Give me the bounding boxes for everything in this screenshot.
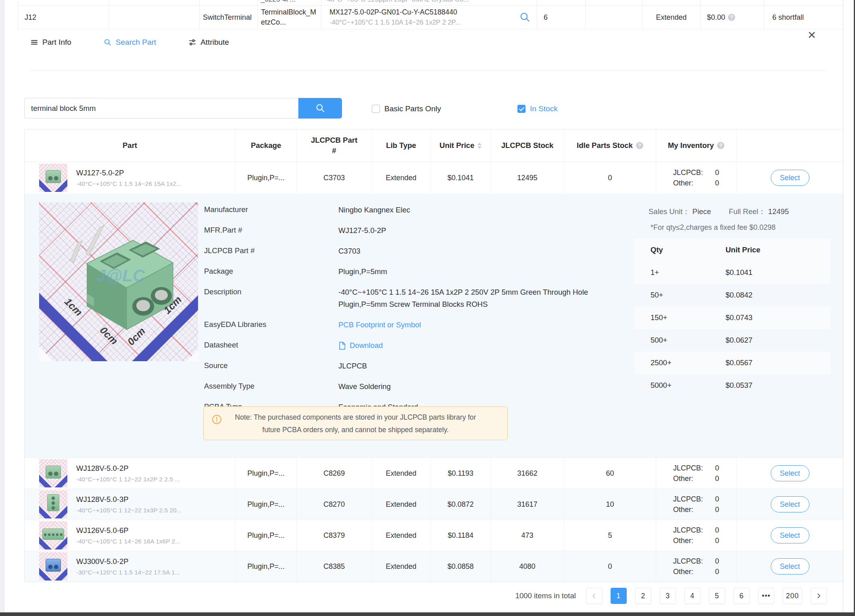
pcb-footprint-link[interactable]: PCB Footprint or Symbol [338,319,633,331]
result-lib-type: Extended [372,551,431,582]
page-button-1[interactable]: 1 [611,588,627,604]
tab-label: Search Part [116,38,156,47]
select-button[interactable]: Select [771,170,809,186]
window-edge-bottom [0,612,855,616]
inventory-jlcpcb-value: 0 [708,495,719,504]
tier-price: $0.0743 [726,313,830,322]
page-button-6[interactable]: 6 [734,588,750,604]
result-jlcpcb-part-number: C8379 [297,520,372,551]
result-my-inventory: JLCPCB:0 Other:0 [656,489,736,520]
full-reel-value: 12495 [768,207,789,216]
shortfall-status: 6 shortfall [764,6,843,29]
lib-type-cell: Extended [642,6,701,29]
result-my-inventory: JLCPCB:0 Other:0 [656,458,736,489]
part-thumbnail [39,521,67,549]
pdf-icon [338,341,346,350]
manufacturer-value: Ningbo Kangnex Elec [338,204,633,216]
inventory-jlcpcb-value: 0 [708,464,719,472]
part-number: MX127-5.0-02P-GN01-Cu-Y-AC5188440 [329,7,461,17]
tier-qty: 50+ [651,291,726,300]
inventory-jlcpcb-label: JLCPCB: [673,526,708,535]
result-unit-price: $0.0872 [431,489,491,520]
bom-row-partial: _0225-4P... -40°C~+85°C ±20ppm 20pF 8MHz… [18,0,843,6]
bom-table: _0225-4P... -40°C~+85°C ±20ppm 20pF 8MHz… [18,0,844,29]
inventory-other-label: Other: [673,179,708,187]
page-button-2[interactable]: 2 [635,588,651,604]
result-jlcpcb-part-number: C8270 [297,489,372,520]
tier-qty: 150+ [651,313,726,322]
header-unit-price-label: Unit Price [440,140,474,151]
price-tier-row: 1+ $0.1041 [634,261,830,284]
result-row-WJ128V-5.0-2P: WJ128V-5.0-2P -40°C~+105°C 1 12~22 1x2P … [25,458,843,489]
field-label: MFR.Part # [204,225,338,237]
result-jlcpcb-part-number: C3703 [297,162,372,194]
result-lib-type: Extended [372,458,431,489]
sales-unit-value: Piece [692,207,711,216]
result-unit-price: $0.1041 [431,162,491,194]
price-cell: $0.00 ? [701,6,764,29]
header-part: Part [25,129,236,162]
in-stock-label[interactable]: In Stock [530,104,558,113]
inventory-other-value: 0 [708,179,719,187]
result-jlcpcb-stock: 31617 [491,489,564,520]
help-icon[interactable]: ? [636,142,643,149]
empty-cell [586,6,642,29]
unit-price-header: Unit Price [726,246,830,254]
result-lib-type: Extended [372,489,431,520]
tab-attribute[interactable]: Attribute [188,38,229,47]
result-part-description: -40°C~+105°C 1 1.5 14~26 15A 1x2... [76,179,181,188]
price-tier-rows: 1+ $0.1041 50+ $0.0842 150+ $0.0743 500+… [634,261,830,397]
scrollbar-track[interactable] [843,0,854,616]
page-button-200[interactable]: 200 [783,588,802,604]
search-button[interactable] [298,98,342,119]
result-jlcpcb-stock: 12495 [491,162,564,194]
page-ellipsis[interactable]: ••• [758,588,774,604]
next-page-button[interactable] [811,588,827,604]
result-package: Plugin,P=... [236,551,297,582]
result-package: Plugin,P=... [236,520,297,551]
basic-parts-only-label[interactable]: Basic Parts Only [384,104,441,113]
search-input[interactable] [24,98,298,119]
result-my-inventory: JLCPCB:0 Other:0 [656,162,736,194]
price-tier-row: 5000+ $0.0537 [634,374,830,397]
result-package: Plugin,P=... [236,489,297,520]
header-idle-label: Idle Parts Stock [577,140,633,151]
search-part-icon[interactable] [519,11,531,23]
page-button-4[interactable]: 4 [684,588,701,604]
prev-page-button[interactable] [586,588,602,604]
part-thumbnail [39,552,67,581]
select-button[interactable]: Select [771,496,809,512]
inventory-other-value: 0 [708,474,719,483]
tab-part-info[interactable]: Part Info [30,38,71,47]
result-jlcpcb-part-number: C8269 [297,458,372,489]
page-button-3[interactable]: 3 [660,588,676,604]
header-action [736,129,843,162]
close-icon[interactable]: ✕ [806,29,818,41]
datasheet-download-link[interactable]: Download [350,339,383,352]
select-button[interactable]: Select [771,558,809,574]
help-icon[interactable]: ? [728,14,735,21]
page-button-5[interactable]: 5 [709,588,725,604]
result-my-inventory: JLCPCB:0 Other:0 [656,520,736,551]
part-thumbnail [39,490,67,518]
result-idle-stock: 0 [564,162,656,194]
result-package: Plugin,P=... [236,162,297,194]
tier-price: $0.0842 [726,291,830,300]
tier-qty: 2500+ [651,358,726,367]
tier-qty: 1+ [651,268,726,277]
basic-parts-only-checkbox[interactable] [372,105,380,113]
help-icon[interactable]: ? [717,142,724,149]
tier-price: $0.0627 [726,336,830,345]
in-stock-checkbox[interactable] [517,105,526,113]
sort-icons[interactable] [478,143,482,149]
tier-qty: 5000+ [651,381,726,390]
result-part-description: -40°C~+105°C 1 12~22 1x2P 2 2.5 ... [76,475,180,484]
tab-search-part[interactable]: Search Part [104,38,156,47]
inventory-jlcpcb-value: 0 [708,169,719,177]
part-thumbnail [39,459,67,487]
tier-price: $0.0537 [726,381,830,390]
select-button[interactable]: Select [771,465,809,481]
inventory-jlcpcb-value: 0 [708,557,719,566]
select-button[interactable]: Select [771,527,809,543]
pagination: 1000 items in total 123456•••200 [24,588,827,604]
